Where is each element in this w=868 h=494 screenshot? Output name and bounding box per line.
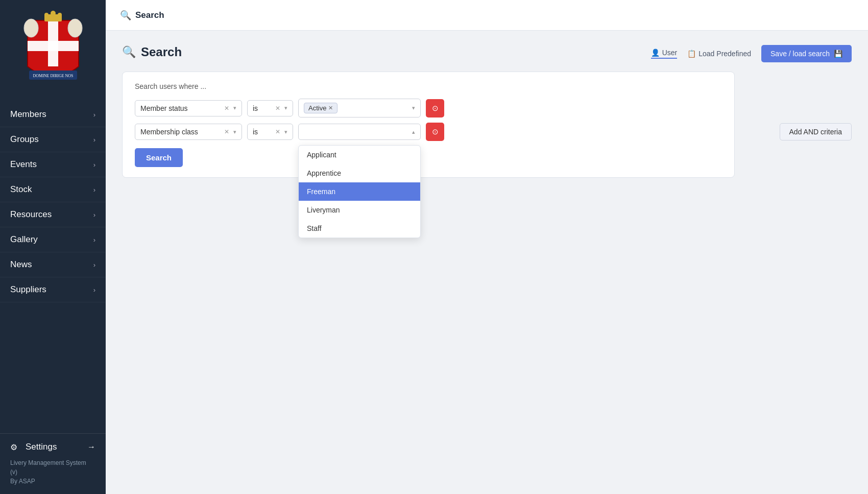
- sidebar-item-stock-label: Stock: [10, 184, 32, 195]
- svg-point-5: [58, 13, 62, 17]
- add-and-criteria-button[interactable]: Add AND criteria: [780, 123, 852, 140]
- chevron-down-field-2-icon: ▾: [233, 129, 236, 135]
- field-select-2[interactable]: Membership class ✕ ▾: [135, 124, 242, 140]
- sidebar-nav: Members › Groups › Events › Stock › Reso…: [0, 102, 106, 433]
- target-icon-1: ⊙: [432, 104, 439, 113]
- add-and-criteria-label: Add AND criteria: [789, 128, 842, 136]
- sidebar-item-resources[interactable]: Resources ›: [0, 202, 106, 227]
- criteria-area: Member status ✕ ▾ is ✕ ▾: [135, 99, 722, 141]
- sidebar-item-news[interactable]: News ›: [0, 252, 106, 277]
- search-btn-label: Search: [146, 153, 172, 162]
- operator-select-1[interactable]: is ✕ ▾: [247, 100, 293, 116]
- chevron-right-icon: ›: [93, 261, 95, 269]
- field-label-1: Member status: [140, 104, 188, 112]
- field-label-2: Membership class: [140, 128, 198, 136]
- topbar-search-label: Search: [135, 10, 164, 20]
- target-icon-2: ⊙: [432, 127, 439, 136]
- sidebar-logo: DOMINE DIRIGE NOS: [0, 0, 106, 102]
- page-title-icon: 🔍: [122, 45, 136, 59]
- sidebar-item-suppliers-label: Suppliers: [10, 285, 46, 295]
- remove-active-tag-icon[interactable]: ✕: [328, 105, 333, 111]
- active-tag-label: Active: [308, 104, 326, 112]
- criteria-fields-2: Membership class ✕ ▾ is ✕ ▾: [135, 123, 722, 141]
- svg-point-4: [44, 13, 49, 17]
- footer-line2: (v): [10, 467, 95, 477]
- settings-item[interactable]: ⚙ Settings →: [10, 442, 95, 452]
- sidebar-item-groups-label: Groups: [10, 134, 39, 145]
- page-title: Search: [141, 45, 182, 59]
- clear-operator-1-icon[interactable]: ✕: [275, 105, 280, 112]
- search-card-subtitle: Search users where ...: [135, 82, 722, 90]
- remove-row-1-button[interactable]: ⊙: [426, 99, 444, 117]
- sidebar-item-members[interactable]: Members ›: [0, 102, 106, 127]
- sidebar-footer: Livery Management System (v) By ASAP: [10, 458, 95, 486]
- operator-select-2[interactable]: is ✕ ▾: [247, 124, 293, 140]
- sidebar-item-members-label: Members: [10, 109, 46, 120]
- sidebar-item-gallery-label: Gallery: [10, 234, 38, 245]
- criteria-fields-1: Member status ✕ ▾ is ✕ ▾: [135, 99, 722, 117]
- chevron-down-operator-1-icon: ▾: [284, 105, 287, 111]
- chevron-up-value-2-icon: ▴: [412, 129, 415, 135]
- field-select-1[interactable]: Member status ✕ ▾: [135, 100, 242, 116]
- value-select-2[interactable]: ▴: [298, 124, 421, 140]
- sidebar-item-news-label: News: [10, 260, 32, 270]
- svg-point-3: [51, 11, 56, 16]
- user-link[interactable]: 👤 User: [651, 49, 678, 59]
- svg-point-6: [24, 19, 38, 37]
- sidebar-item-groups[interactable]: Groups ›: [0, 127, 106, 152]
- chevron-right-icon: ›: [93, 186, 95, 194]
- chevron-right-icon: ›: [93, 211, 95, 219]
- sidebar-item-events-label: Events: [10, 159, 37, 170]
- chevron-right-icon: ›: [93, 236, 95, 244]
- clear-field-2-icon[interactable]: ✕: [224, 128, 229, 135]
- chevron-right-icon: ›: [93, 161, 95, 169]
- sidebar-item-suppliers[interactable]: Suppliers ›: [0, 277, 106, 302]
- chevron-right-icon: ›: [93, 136, 95, 144]
- value-input-2[interactable]: [304, 128, 412, 136]
- footer-line3: By ASAP: [10, 477, 95, 486]
- criteria-row-1: Member status ✕ ▾ is ✕ ▾: [135, 99, 722, 117]
- logo-crest: DOMINE DIRIGE NOS: [20, 10, 86, 92]
- settings-label: Settings: [26, 442, 57, 452]
- clear-field-1-icon[interactable]: ✕: [224, 105, 229, 112]
- svg-point-7: [68, 19, 82, 37]
- search-button[interactable]: Search: [135, 148, 183, 167]
- operator-label-2: is: [253, 128, 258, 136]
- svg-rect-1: [28, 41, 79, 51]
- footer-line1: Livery Management System: [10, 458, 95, 467]
- sidebar-bottom: ⚙ Settings → Livery Management System (v…: [0, 433, 106, 494]
- criteria-row-2: Membership class ✕ ▾ is ✕ ▾: [135, 123, 722, 141]
- gear-icon: ⚙: [10, 442, 17, 452]
- dropdown-item-apprentice[interactable]: Apprentice: [299, 164, 420, 182]
- chevron-down-operator-2-icon: ▾: [284, 129, 287, 135]
- value-wrapper-2: ▴ Applicant Apprentice: [298, 124, 421, 140]
- dropdown-item-liveryman[interactable]: Liveryman: [299, 201, 420, 219]
- user-icon: 👤: [651, 49, 660, 57]
- save-load-label: Save / load search: [770, 50, 830, 58]
- topbar: 🔍 Search: [106, 0, 868, 31]
- page-content: 🔍 Search 👤 User 📋 Load Predefined Save /…: [106, 31, 868, 494]
- load-predefined-link[interactable]: 📋 Load Predefined: [687, 50, 751, 58]
- save-load-button[interactable]: Save / load search 💾: [761, 45, 852, 62]
- save-load-icon: 💾: [834, 50, 842, 58]
- sidebar-item-events[interactable]: Events ›: [0, 152, 106, 177]
- topbar-search: 🔍 Search: [120, 10, 164, 21]
- clear-operator-2-icon[interactable]: ✕: [275, 128, 280, 135]
- sidebar-item-stock[interactable]: Stock ›: [0, 177, 106, 202]
- dropdown-item-applicant[interactable]: Applicant: [299, 146, 420, 164]
- operator-label-1: is: [253, 104, 258, 112]
- dropdown-item-staff[interactable]: Staff: [299, 219, 420, 238]
- active-tag: Active ✕: [304, 103, 337, 113]
- sidebar-item-gallery[interactable]: Gallery ›: [0, 227, 106, 252]
- search-card: Search users where ... Member status ✕ ▾: [122, 72, 735, 178]
- load-predefined-label: Load Predefined: [698, 50, 751, 58]
- remove-row-2-button[interactable]: ⊙: [426, 123, 444, 141]
- value-select-1[interactable]: Active ✕ ▾: [298, 99, 421, 117]
- chevron-down-field-1-icon: ▾: [233, 105, 236, 111]
- chevron-right-icon: ›: [93, 286, 95, 294]
- dropdown-item-freeman[interactable]: Freeman: [299, 182, 420, 201]
- sidebar: DOMINE DIRIGE NOS Members › Groups › Eve…: [0, 0, 106, 494]
- chevron-down-value-1-icon: ▾: [412, 105, 415, 111]
- svg-text:DOMINE DIRIGE NOS: DOMINE DIRIGE NOS: [33, 74, 73, 78]
- search-icon: 🔍: [120, 10, 131, 21]
